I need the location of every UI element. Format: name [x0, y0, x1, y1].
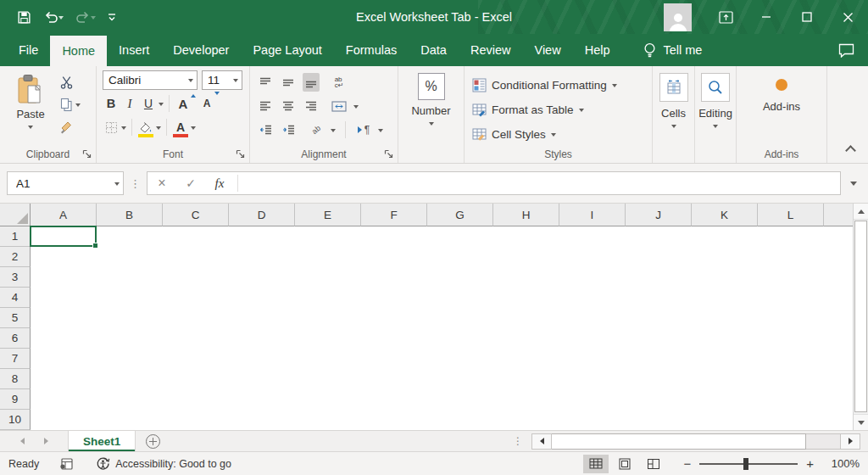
fill-handle[interactable] [92, 243, 98, 249]
clipboard-dialog-launcher[interactable] [81, 148, 92, 159]
merge-center-button[interactable] [331, 97, 348, 115]
column-header[interactable]: G [427, 204, 493, 226]
tell-me-box[interactable]: Tell me [635, 34, 710, 66]
align-left-button[interactable] [257, 97, 274, 115]
cells-button[interactable]: Cells [653, 73, 694, 131]
font-name-combo[interactable] [103, 70, 198, 90]
text-direction-button[interactable]: ¶ [355, 120, 372, 139]
font-color-dropdown-icon[interactable] [191, 126, 196, 132]
number-dropdown-icon[interactable] [429, 122, 434, 128]
row-header[interactable]: 10 [0, 410, 31, 430]
column-header[interactable]: C [163, 204, 229, 226]
format-as-table-dropdown-icon[interactable] [579, 109, 584, 115]
fill-color-dropdown-icon[interactable] [156, 126, 161, 132]
row-header[interactable]: 6 [0, 328, 31, 349]
cells-dropdown-icon[interactable] [671, 125, 676, 131]
wrap-text-button[interactable]: abc↵ [331, 73, 348, 92]
active-cell-selection[interactable] [30, 226, 97, 247]
font-name-input[interactable] [108, 74, 188, 87]
ribbon-tab[interactable]: Page Layout [241, 34, 333, 66]
alignment-dialog-launcher[interactable] [382, 148, 394, 159]
formula-bar-splitter[interactable]: ⋮ [124, 177, 147, 190]
enter-icon[interactable]: ✓ [176, 176, 205, 190]
row-header[interactable]: 3 [0, 267, 31, 288]
copy-dropdown-icon[interactable] [75, 103, 81, 109]
number-format-button[interactable]: % Number [411, 73, 450, 163]
copy-button[interactable] [59, 96, 81, 113]
underline-dropdown-icon[interactable] [159, 103, 164, 109]
row-header[interactable]: 1 [0, 226, 31, 247]
editing-button[interactable]: Editing [695, 73, 736, 131]
cut-button[interactable] [59, 74, 81, 91]
align-center-button[interactable] [280, 97, 297, 115]
new-sheet-button[interactable] [136, 431, 170, 451]
font-dialog-launcher[interactable] [234, 148, 246, 159]
row-header[interactable]: 2 [0, 247, 31, 267]
user-avatar[interactable] [664, 3, 692, 31]
align-middle-button[interactable] [280, 73, 297, 92]
ribbon-tab[interactable]: Help [573, 34, 622, 66]
orientation-button[interactable]: ab [308, 120, 325, 139]
font-size-dropdown-icon[interactable] [233, 79, 238, 85]
decrease-indent-button[interactable] [257, 120, 274, 139]
expand-formula-bar-icon[interactable] [846, 178, 861, 189]
column-header[interactable]: L [758, 204, 824, 226]
select-all-button[interactable] [0, 204, 31, 226]
font-size-combo[interactable] [202, 70, 242, 90]
borders-dropdown-icon[interactable] [121, 126, 126, 132]
borders-button[interactable] [103, 118, 120, 137]
column-header[interactable]: H [493, 204, 559, 226]
ribbon-tab[interactable]: Formulas [334, 34, 409, 66]
undo-dropdown-icon[interactable] [58, 16, 64, 22]
format-as-table-button[interactable]: Format as Table [465, 98, 652, 122]
ribbon-tab[interactable]: Review [459, 34, 523, 66]
undo-button[interactable] [38, 5, 69, 29]
increase-indent-button[interactable] [280, 120, 297, 139]
column-header[interactable]: A [31, 204, 97, 226]
redo-button[interactable] [70, 5, 101, 29]
collapse-ribbon-icon[interactable] [845, 145, 856, 156]
editing-dropdown-icon[interactable] [713, 125, 718, 131]
ribbon-display-options-button[interactable] [705, 0, 746, 34]
zoom-level[interactable]: 100% [822, 457, 860, 470]
column-header[interactable]: B [97, 204, 163, 226]
column-header[interactable]: K [692, 204, 758, 226]
redo-dropdown-icon[interactable] [91, 16, 96, 22]
row-header[interactable]: 8 [0, 369, 31, 389]
ribbon-tab[interactable]: File [7, 34, 50, 66]
accessibility-status[interactable]: Accessibility: Good to go [96, 456, 231, 471]
page-break-view-button[interactable] [641, 455, 666, 473]
normal-view-button[interactable] [583, 455, 609, 473]
row-header[interactable]: 9 [0, 389, 31, 410]
ribbon-tab[interactable]: Data [409, 34, 459, 66]
row-header[interactable]: 5 [0, 308, 31, 328]
sheet-tab[interactable]: Sheet1 [68, 431, 136, 451]
scroll-right-button[interactable] [840, 433, 860, 450]
paste-button[interactable]: Paste [5, 70, 56, 145]
ribbon-tab[interactable]: View [522, 34, 572, 66]
row-header[interactable]: 4 [0, 288, 31, 308]
ribbon-tab[interactable]: Insert [107, 34, 161, 66]
cells-canvas[interactable] [31, 226, 853, 430]
text-direction-dropdown-icon[interactable] [378, 129, 383, 135]
zoom-out-icon[interactable]: − [678, 456, 696, 471]
merge-center-dropdown-icon[interactable] [353, 105, 359, 111]
name-box-dropdown-icon[interactable] [114, 182, 120, 188]
ribbon-tab[interactable]: Home [50, 36, 107, 66]
save-button[interactable] [12, 5, 36, 29]
increase-font-size-button[interactable]: A [175, 94, 192, 113]
feedback-icon[interactable] [838, 43, 854, 58]
close-button[interactable] [827, 0, 868, 34]
customize-qat-button[interactable] [103, 5, 121, 29]
align-bottom-button[interactable] [303, 73, 320, 92]
scroll-up-button[interactable] [854, 204, 868, 220]
zoom-in-icon[interactable]: + [801, 456, 819, 471]
font-size-input[interactable] [208, 74, 233, 87]
cell-styles-button[interactable]: Cell Styles [465, 122, 652, 147]
page-layout-view-button[interactable] [612, 455, 637, 473]
column-header[interactable]: J [626, 204, 692, 226]
zoom-slider[interactable] [699, 458, 798, 470]
sheetbar-splitter[interactable]: ⋮ [513, 435, 523, 447]
align-right-button[interactable] [303, 97, 320, 115]
conditional-formatting-button[interactable]: Conditional Formatting [465, 73, 652, 98]
